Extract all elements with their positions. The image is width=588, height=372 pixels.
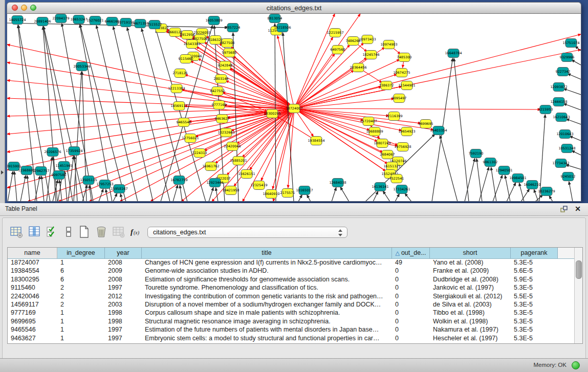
cell-short[interactable]: Yano et al. (2008)	[430, 258, 511, 267]
graph-node[interactable]: 15751074	[562, 39, 579, 48]
citation-edge-red[interactable]	[294, 108, 389, 116]
graph-node[interactable]: 16053809	[205, 16, 222, 25]
cell-out_de[interactable]: 0	[392, 334, 430, 342]
cell-name[interactable]: 22420046	[8, 292, 57, 300]
citation-edge-black[interactable]	[479, 167, 489, 201]
graph-node[interactable]: 6497568	[331, 46, 345, 54]
cell-name[interactable]: 9463627	[8, 334, 57, 342]
cell-short[interactable]: Tibbo et al. (1998)	[430, 309, 511, 317]
graph-node[interactable]: 17734342	[552, 159, 569, 168]
table-row[interactable]: 1872400712008Changes of HCN gene express…	[8, 258, 575, 267]
cell-pagerank[interactable]: 5.3E-5	[511, 258, 558, 267]
graph-node[interactable]: 16403354	[430, 126, 447, 135]
graph-node[interactable]: 12213383	[168, 84, 185, 93]
table-row[interactable]: 946362711997Embryonic stem cells: a mode…	[8, 334, 575, 342]
citation-edge-black[interactable]	[120, 194, 122, 201]
citation-edge-black[interactable]	[566, 119, 581, 124]
graph-node[interactable]: 16782759	[170, 176, 187, 185]
graph-node[interactable]: 15626151	[238, 170, 255, 179]
cell-short[interactable]: de Silva et al. (2003)	[430, 300, 511, 309]
cell-year[interactable]: 1997	[105, 325, 142, 334]
cell-out_de[interactable]: 0	[392, 309, 430, 317]
graph-node[interactable]: 2684067	[380, 150, 395, 159]
cell-in_degree[interactable]: 1	[57, 325, 105, 334]
table-row[interactable]: 977716911998Corpus callosum shape and si…	[8, 309, 575, 317]
citation-edge-red[interactable]	[206, 36, 294, 108]
column-header-title[interactable]: title	[142, 248, 392, 258]
citation-edge-black[interactable]	[373, 191, 378, 201]
citation-edge-black[interactable]	[99, 189, 103, 201]
cell-out_de[interactable]: 0	[392, 292, 430, 300]
citation-edge-red[interactable]	[7, 80, 294, 108]
cell-title[interactable]: Estimation of significance thresholds fo…	[142, 275, 392, 283]
citation-edge-red[interactable]	[294, 50, 581, 108]
graph-node[interactable]: 12010643	[556, 130, 573, 139]
graph-node[interactable]: 11451945	[55, 162, 72, 170]
citation-edge-black[interactable]	[454, 58, 469, 201]
graph-node[interactable]: 9242848	[218, 61, 233, 70]
table-settings-icon[interactable]	[10, 225, 23, 238]
graph-node[interactable]: 8427552	[210, 87, 225, 96]
citation-edge-black[interactable]	[570, 136, 581, 141]
select-all-rows-icon[interactable]	[46, 225, 59, 238]
graph-node[interactable]: 7592190	[469, 149, 484, 158]
cell-pagerank[interactable]: 5.3E-5	[511, 283, 558, 292]
citation-edge-black[interactable]	[569, 182, 573, 201]
graph-node[interactable]: 7515522	[147, 20, 162, 29]
cell-pagerank[interactable]: 5.3E-5	[511, 300, 558, 309]
citation-edge-red[interactable]	[185, 75, 294, 108]
cell-in_degree[interactable]: 2	[57, 300, 105, 309]
cell-short[interactable]: Stergiakouli et al. (2012)	[430, 292, 511, 300]
citation-edge-red[interactable]	[277, 116, 316, 141]
citation-edge-black[interactable]	[465, 159, 475, 201]
cell-name[interactable]: 14569117	[8, 300, 57, 309]
table-vertical-scrollbar[interactable]	[574, 248, 582, 343]
cell-in_degree[interactable]: 6	[57, 267, 105, 275]
citation-edge-black[interactable]	[563, 89, 581, 95]
graph-node[interactable]: 19654923	[398, 127, 415, 136]
cell-pagerank[interactable]: 5.5E-5	[511, 292, 558, 300]
citation-edge-black[interactable]	[209, 188, 213, 201]
panel-collapse-arrow-icon[interactable]	[1, 170, 4, 174]
network-window-titlebar[interactable]: citations_edges.txt	[7, 2, 581, 14]
cell-out_de[interactable]: 49	[392, 258, 430, 267]
new-column-icon[interactable]	[77, 225, 91, 238]
cell-title[interactable]: Embryonic stem cells: a model to study s…	[142, 334, 392, 342]
graph-node[interactable]: 20364456	[350, 63, 366, 72]
cell-pagerank[interactable]: 5.3E-5	[511, 334, 558, 342]
graph-node[interactable]: 9329966	[560, 53, 575, 62]
graph-node[interactable]: 9827508	[220, 39, 235, 48]
citation-edge-black[interactable]	[307, 195, 311, 201]
cell-year[interactable]: 1997	[105, 334, 142, 342]
citation-edge-black[interactable]	[20, 176, 26, 201]
graph-node[interactable]: 9227342	[556, 68, 571, 76]
graph-node[interactable]: 16046210	[524, 181, 540, 189]
graph-node[interactable]: 12325419	[250, 181, 267, 190]
citation-edge-black[interactable]	[549, 196, 553, 201]
cell-name[interactable]: 18724007	[8, 258, 57, 267]
cell-short[interactable]: Nakamura et al. (1997)	[430, 325, 511, 334]
graph-node[interactable]: 16210643	[553, 113, 570, 122]
cell-year[interactable]: 2008	[105, 258, 142, 267]
column-header-out_de[interactable]: △out_de...	[392, 248, 430, 258]
cell-year[interactable]: 2012	[105, 292, 142, 300]
citation-edge-black[interactable]	[41, 176, 44, 201]
cell-short[interactable]: Franke et al. (2009)	[430, 267, 511, 275]
cell-short[interactable]: Wolkin et al. (1998)	[430, 317, 511, 325]
graph-node[interactable]: 7485300	[397, 53, 412, 62]
cell-in_degree[interactable]: 1	[57, 258, 105, 267]
cell-title[interactable]: Structural magnetic resonance image aver…	[142, 317, 392, 325]
graph-node[interactable]: 7486266	[346, 37, 361, 46]
citation-edge-black[interactable]	[298, 195, 302, 201]
graph-node[interactable]: 9463627	[215, 115, 230, 123]
graph-node[interactable]: 9861302	[483, 158, 498, 167]
citation-network-graph[interactable]: 1872400718300295746382286601285912954232…	[7, 14, 581, 201]
cell-out_de[interactable]: 0	[392, 283, 430, 292]
column-header-pagerank[interactable]: pagerank	[511, 248, 558, 258]
table-row[interactable]: 1456911722003Disruption of a novel membe…	[8, 300, 575, 309]
citation-edge-black[interactable]	[47, 157, 52, 201]
cell-out_de[interactable]: 0	[392, 267, 430, 275]
graph-node[interactable]: 18807249	[374, 139, 390, 148]
citation-edge-black[interactable]	[563, 103, 581, 110]
column-header-name[interactable]: name	[8, 248, 57, 258]
